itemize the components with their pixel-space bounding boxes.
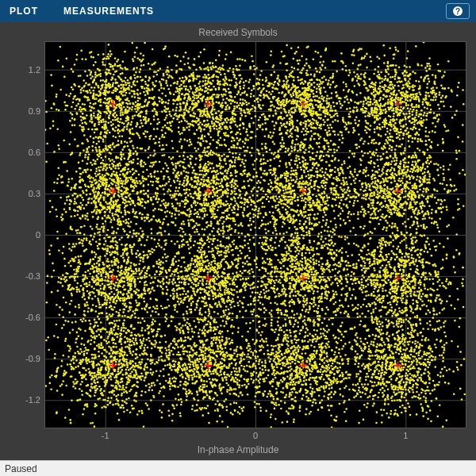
x-axis-label: In-phase Amplitude	[0, 444, 476, 455]
help-button[interactable]: ?	[446, 3, 470, 19]
x-tick-label: 1	[403, 428, 408, 440]
y-tick-label: -0.9	[25, 354, 45, 363]
svg-text:?: ?	[455, 7, 460, 16]
tab-plot[interactable]: PLOT	[10, 6, 38, 17]
y-tick-label: -0.3	[25, 271, 45, 281]
y-tick-label: -1.2	[25, 395, 45, 405]
y-tick-label: 0	[36, 230, 45, 240]
scatter-canvas	[45, 42, 466, 428]
plot-title: Received Symbols	[0, 27, 476, 38]
x-tick-label: -1	[102, 428, 109, 440]
y-tick-label: 0.6	[29, 148, 45, 157]
status-bar: Paused	[0, 460, 476, 476]
help-icon: ?	[452, 6, 463, 17]
x-tick-label: 0	[253, 428, 258, 440]
status-text: Paused	[5, 463, 37, 474]
toolbar: PLOT MEASUREMENTS ?	[0, 0, 476, 22]
plot-axes[interactable]: -1.2-0.9-0.6-0.300.30.60.91.2-101	[44, 41, 466, 428]
y-tick-label: 0.3	[29, 189, 45, 198]
tab-measurements[interactable]: MEASUREMENTS	[63, 6, 154, 17]
y-tick-label: 1.2	[29, 65, 45, 75]
plot-canvas-area: Received Symbols Quadrature Amplitude In…	[0, 22, 476, 460]
y-tick-label: -0.6	[25, 313, 45, 322]
y-tick-label: 0.9	[29, 106, 45, 116]
